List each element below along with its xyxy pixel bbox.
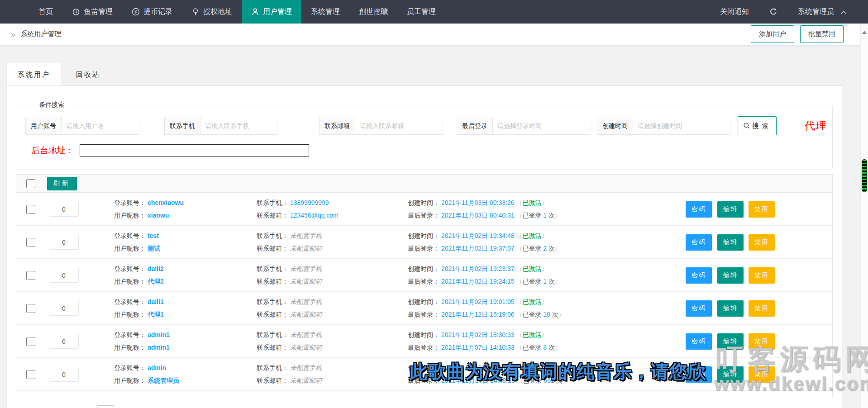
email-label: 联系邮箱： — [257, 344, 288, 351]
email-filter-input[interactable] — [355, 117, 443, 135]
row-number-input[interactable] — [49, 202, 79, 217]
account-value[interactable]: test — [148, 232, 159, 239]
nickname-value[interactable]: admin1 — [148, 344, 170, 351]
nav-item-system-management[interactable]: 系统管理 — [301, 0, 349, 24]
paren: （ — [516, 232, 522, 239]
disable-button[interactable]: 禁用 — [749, 267, 775, 284]
row-checkbox[interactable] — [26, 271, 35, 280]
select-all-checkbox[interactable] — [26, 179, 35, 188]
tab-recycle-bin[interactable]: 回收站 — [61, 63, 115, 85]
nav-item-withdraw-records[interactable]: ¥ 提币记录 — [122, 0, 182, 24]
account-value[interactable]: chenxiaowu — [148, 199, 184, 206]
account-value[interactable]: admin — [148, 364, 166, 371]
disable-button[interactable]: 禁用 — [749, 201, 775, 218]
last-login-value: 2021年11月12日 15:19:06 — [441, 311, 515, 318]
backend-address-label: 后台地址： — [31, 145, 74, 157]
edit-button[interactable]: 编辑 — [717, 300, 744, 317]
backend-address-input[interactable] — [80, 144, 309, 157]
created-value: 2021年11月02日 19:01:05 — [441, 298, 515, 305]
nickname-value[interactable]: 代理2 — [148, 278, 164, 285]
row-number-input[interactable] — [49, 334, 79, 349]
nickname-value[interactable]: 系统管理员 — [148, 377, 179, 384]
user-icon — [251, 8, 259, 16]
row-checkbox[interactable] — [26, 304, 35, 313]
row-checkbox[interactable] — [26, 370, 35, 379]
edit-button[interactable]: 编辑 — [717, 267, 744, 284]
admin-menu[interactable]: 系统管理员 — [788, 7, 856, 17]
edit-button[interactable]: 编辑 — [717, 234, 744, 251]
account-label: 登录账号： — [114, 364, 146, 371]
account-value[interactable]: daili1 — [148, 298, 164, 305]
email-filter-label: 联系邮箱 — [319, 117, 355, 135]
email-value: 123456@qq.com — [290, 212, 339, 219]
last-login-filter-input[interactable] — [493, 117, 591, 135]
nav-item-home[interactable]: 首页 — [29, 0, 62, 24]
account-filter-label: 用户账号 — [25, 117, 62, 135]
phone-filter-input[interactable] — [200, 117, 277, 135]
password-button[interactable]: 密码 — [686, 267, 712, 284]
nav-label: 用户管理 — [263, 7, 292, 17]
search-button[interactable]: 搜索 — [738, 116, 777, 135]
tab-system-users[interactable]: 系统用户 — [7, 63, 61, 85]
backend-address-row: 后台地址： — [31, 144, 309, 157]
nav-label: 創世挖礦 — [359, 7, 388, 17]
row-checkbox[interactable] — [26, 238, 35, 247]
search-icon — [743, 122, 750, 129]
row-checkbox[interactable] — [26, 205, 35, 214]
paren: ） — [558, 311, 565, 318]
row-checkbox[interactable] — [26, 337, 35, 346]
table-row: 登录账号： daili1 用户昵称： 代理1 联系手机： 未配置手机 联系邮箱：… — [16, 292, 832, 325]
nickname-value[interactable]: xiaowu — [148, 212, 169, 219]
created-label: 创建时间： — [408, 199, 439, 206]
phone-value: 未配置手机 — [290, 232, 322, 239]
row-number-input[interactable] — [49, 235, 79, 250]
search-legend: 条件搜索 — [34, 101, 69, 109]
table-row: 登录账号： test 用户昵称： 测试 联系手机： 未配置手机 联系邮箱： 未配… — [16, 226, 832, 259]
password-button[interactable]: 密码 — [686, 201, 712, 218]
phone-value: 未配置手机 — [290, 265, 322, 272]
nav-item-authorized-address[interactable]: 授权地址 — [182, 0, 242, 24]
refresh-button[interactable]: 刷新 — [47, 177, 77, 190]
row-number-input[interactable] — [49, 301, 79, 316]
refresh-icon[interactable] — [759, 7, 788, 16]
created-value: 2021年11月02日 19:34:48 — [441, 232, 515, 239]
pagination-stub[interactable] — [97, 405, 114, 408]
scroll-up-arrow-icon[interactable] — [862, 31, 867, 34]
password-button[interactable]: 密码 — [686, 333, 712, 350]
account-label: 登录账号： — [114, 199, 146, 206]
nickname-value[interactable]: 代理1 — [148, 311, 164, 318]
close-notice-button[interactable]: 关闭通知 — [710, 7, 759, 17]
pin-icon — [191, 8, 200, 16]
account-value[interactable]: daili2 — [148, 265, 164, 272]
paren: （ — [516, 199, 522, 206]
paren: ） — [541, 298, 548, 305]
password-button[interactable]: 密码 — [686, 234, 712, 251]
phone-filter-label: 联系手机 — [164, 117, 200, 135]
nickname-value[interactable]: 测试 — [148, 245, 160, 252]
account-value[interactable]: admin1 — [148, 331, 170, 338]
email-label: 联系邮箱： — [257, 311, 288, 318]
disable-button[interactable]: 禁用 — [749, 234, 775, 251]
created-time-filter-input[interactable] — [633, 117, 730, 135]
edit-button[interactable]: 编辑 — [717, 201, 744, 218]
disable-button[interactable]: 禁用 — [749, 300, 775, 317]
nav-label: 系统管理 — [311, 7, 340, 17]
batch-disable-button[interactable]: 批量禁用 — [800, 25, 844, 43]
scrollbar-thumb[interactable] — [862, 159, 867, 192]
row-number-input[interactable] — [49, 367, 79, 382]
nav-item-fry-management[interactable]: 鱼苗管理 — [62, 0, 122, 24]
breadcrumb-bar: » 系统用户管理 添加用户 批量禁用 — [0, 24, 868, 45]
account-filter-input[interactable] — [62, 117, 139, 135]
password-button[interactable]: 密码 — [686, 300, 712, 317]
nav-item-user-management[interactable]: 用户管理 — [242, 0, 301, 24]
paren: （ — [516, 278, 522, 285]
row-number-input[interactable] — [49, 268, 79, 283]
paren: （ — [516, 245, 522, 252]
nav-item-genesis-mining[interactable]: 創世挖礦 — [349, 0, 397, 24]
paren: （ — [516, 331, 522, 338]
email-value: 未配置邮箱 — [290, 377, 322, 384]
nickname-label: 用户昵称： — [114, 311, 146, 318]
add-user-button[interactable]: 添加用户 — [751, 25, 794, 43]
search-button-label: 搜索 — [752, 122, 771, 130]
nav-item-staff-management[interactable]: 员工管理 — [397, 0, 445, 24]
